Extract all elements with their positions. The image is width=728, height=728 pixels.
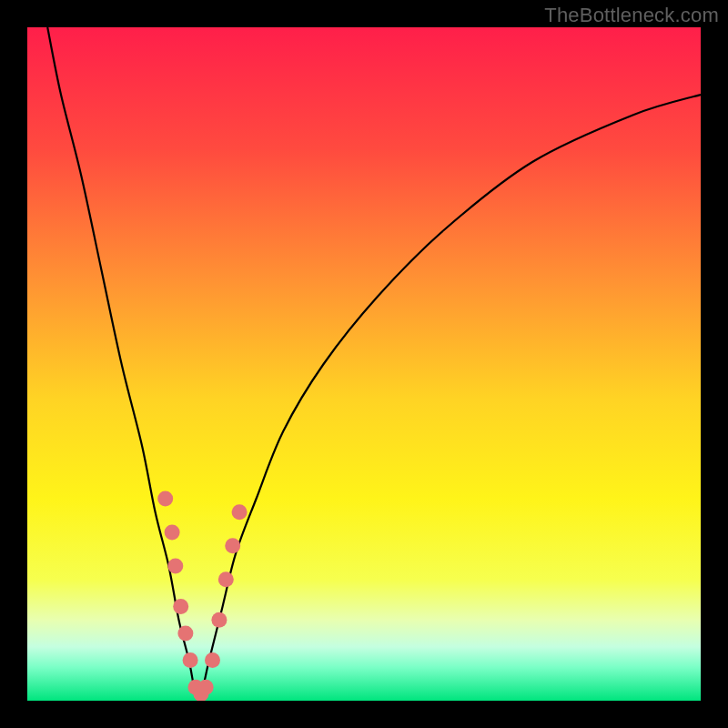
highlight-dot [198,680,214,695]
highlight-dot [211,612,227,628]
highlight-dot [165,525,180,541]
chart-frame: TheBottleneck.com [0,0,728,728]
highlight-dot [167,559,183,574]
highlight-dot [177,626,193,642]
highlight-dot [173,599,188,614]
highlight-dot [232,504,248,520]
plot-area [27,27,701,701]
bottleneck-curve [47,27,701,698]
highlight-dot [225,538,240,553]
highlight-dot [218,571,234,587]
curve-layer [27,27,701,701]
watermark: TheBottleneck.com [544,4,719,27]
marker-group [157,491,247,702]
highlight-dot [157,491,173,507]
highlight-dot [205,652,220,668]
highlight-dot [183,652,198,668]
